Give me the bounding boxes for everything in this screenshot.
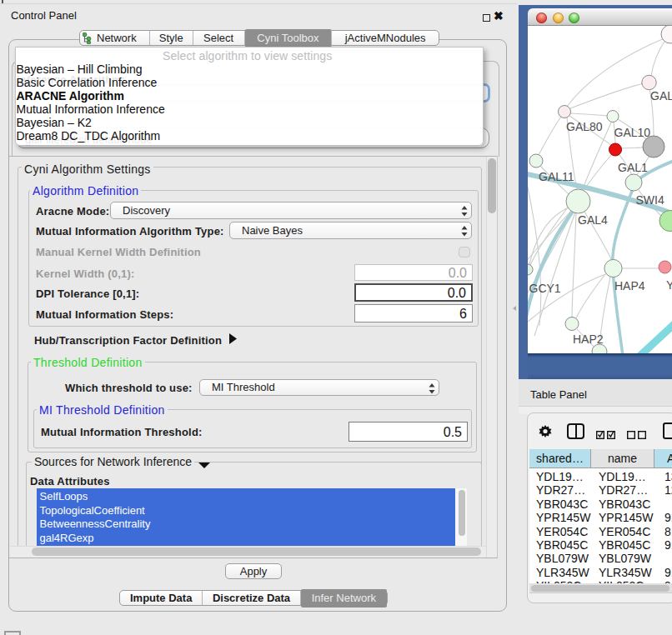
svg-text:Y: Y bbox=[666, 278, 672, 292]
svg-text:GAL11: GAL11 bbox=[539, 170, 574, 183]
svg-text:GAL4: GAL4 bbox=[578, 213, 608, 227]
svg-text:SWI4: SWI4 bbox=[636, 193, 664, 207]
svg-text:GAL80: GAL80 bbox=[566, 120, 603, 133]
svg-text:GAL2: GAL2 bbox=[650, 89, 672, 102]
svg-text:HAP2: HAP2 bbox=[573, 332, 604, 346]
svg-text:HAP4: HAP4 bbox=[614, 279, 645, 292]
svg-text:GAL1: GAL1 bbox=[618, 161, 648, 174]
svg-text:GCY1: GCY1 bbox=[529, 282, 561, 295]
svg-text:GAL10: GAL10 bbox=[614, 126, 651, 139]
